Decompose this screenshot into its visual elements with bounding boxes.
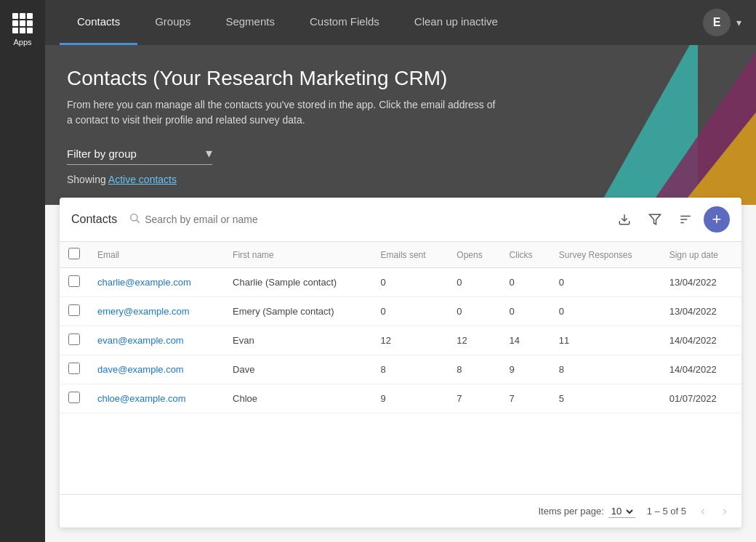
row-sign-up-date: 13/04/2022 bbox=[661, 268, 741, 297]
main-content: Contacts Groups Segments Custom Fields C… bbox=[45, 0, 756, 542]
row-sign-up-date: 01/07/2022 bbox=[661, 384, 741, 413]
tab-clean-up-inactive[interactable]: Clean up inactive bbox=[397, 0, 515, 45]
pagination-range: 1 – 5 of 5 bbox=[647, 506, 686, 517]
header-emails-sent: Emails sent bbox=[372, 242, 449, 268]
header-clicks: Clicks bbox=[501, 242, 550, 268]
sort-button[interactable] bbox=[673, 207, 698, 232]
row-sign-up-date: 14/04/2022 bbox=[661, 326, 741, 355]
row-survey-responses: 0 bbox=[550, 297, 661, 326]
search-icon bbox=[129, 212, 140, 227]
add-contact-button[interactable]: + bbox=[704, 206, 730, 232]
table-container: Email First name Emails sent Opens Click… bbox=[60, 242, 741, 494]
apps-label: Apps bbox=[13, 38, 31, 46]
row-checkbox[interactable] bbox=[68, 275, 80, 287]
row-checkbox-cell bbox=[60, 326, 89, 355]
nav-tabs: Contacts Groups Segments Custom Fields C… bbox=[60, 0, 515, 45]
filter-button[interactable] bbox=[643, 207, 667, 232]
row-opens: 0 bbox=[448, 297, 500, 326]
row-first-name: Emery (Sample contact) bbox=[224, 297, 371, 326]
row-clicks: 14 bbox=[501, 326, 550, 355]
row-opens: 0 bbox=[448, 268, 500, 297]
email-link[interactable]: evan@example.com bbox=[97, 335, 184, 346]
row-clicks: 0 bbox=[501, 297, 550, 326]
avatar[interactable]: E bbox=[703, 9, 731, 36]
card-actions: + bbox=[612, 206, 730, 232]
avatar-chevron-icon[interactable]: ▾ bbox=[736, 17, 741, 28]
row-checkbox-cell bbox=[60, 384, 89, 413]
row-sign-up-date: 14/04/2022 bbox=[661, 355, 741, 384]
email-link[interactable]: emery@example.com bbox=[97, 306, 190, 317]
nav-right: E ▾ bbox=[703, 9, 741, 36]
email-link[interactable]: dave@example.com bbox=[97, 364, 184, 375]
row-opens: 12 bbox=[448, 326, 500, 355]
apps-grid-icon bbox=[12, 13, 33, 33]
row-opens: 8 bbox=[448, 355, 500, 384]
showing-prefix: Showing bbox=[67, 174, 106, 185]
row-email: dave@example.com bbox=[89, 355, 224, 384]
row-emails-sent: 0 bbox=[372, 297, 449, 326]
sidebar-item-apps[interactable]: Apps bbox=[7, 7, 39, 52]
items-per-page-label: Items per page: bbox=[538, 506, 603, 517]
per-page-select[interactable]: 10 25 50 bbox=[608, 505, 635, 518]
row-first-name: Dave bbox=[224, 355, 371, 384]
content-area: Contacts (Your Research Marketing CRM) F… bbox=[45, 45, 756, 542]
hero-subtitle: From here you can manage all the contact… bbox=[67, 97, 503, 128]
active-contacts-link[interactable]: Active contacts bbox=[108, 174, 177, 185]
row-checkbox[interactable] bbox=[68, 333, 80, 345]
row-survey-responses: 5 bbox=[550, 384, 661, 413]
showing-row: Showing Active contacts bbox=[67, 174, 734, 185]
table-row: charlie@example.com Charlie (Sample cont… bbox=[60, 268, 741, 297]
tab-custom-fields[interactable]: Custom Fields bbox=[292, 0, 397, 45]
row-emails-sent: 0 bbox=[372, 268, 449, 297]
row-checkbox[interactable] bbox=[68, 304, 80, 316]
email-link[interactable]: charlie@example.com bbox=[97, 277, 191, 288]
tab-contacts[interactable]: Contacts bbox=[60, 0, 137, 45]
row-survey-responses: 11 bbox=[550, 326, 661, 355]
tab-segments[interactable]: Segments bbox=[208, 0, 292, 45]
filter-by-group-dropdown[interactable]: Filter by group ▾ bbox=[67, 145, 212, 165]
filter-row: Filter by group ▾ bbox=[67, 145, 734, 165]
table-row: emery@example.com Emery (Sample contact)… bbox=[60, 297, 741, 326]
row-first-name: Evan bbox=[224, 326, 371, 355]
row-survey-responses: 0 bbox=[550, 268, 661, 297]
search-wrapper bbox=[129, 212, 603, 227]
svg-line-1 bbox=[137, 220, 140, 223]
search-input[interactable] bbox=[145, 214, 603, 225]
row-checkbox[interactable] bbox=[68, 392, 80, 403]
select-all-checkbox[interactable] bbox=[68, 248, 80, 259]
row-clicks: 0 bbox=[501, 268, 550, 297]
row-checkbox[interactable] bbox=[68, 363, 80, 374]
table-row: evan@example.com Evan 12 12 14 11 14/04/… bbox=[60, 326, 741, 355]
contacts-table: Email First name Emails sent Opens Click… bbox=[60, 242, 741, 413]
top-navigation: Contacts Groups Segments Custom Fields C… bbox=[45, 0, 756, 45]
header-survey-responses: Survey Responses bbox=[550, 242, 661, 268]
email-link[interactable]: chloe@example.com bbox=[97, 393, 186, 404]
filter-chevron-icon: ▾ bbox=[206, 145, 212, 161]
download-button[interactable] bbox=[612, 207, 637, 232]
row-sign-up-date: 13/04/2022 bbox=[661, 297, 741, 326]
row-emails-sent: 8 bbox=[372, 355, 449, 384]
header-email: Email bbox=[89, 242, 224, 268]
header-sign-up-date: Sign up date bbox=[661, 242, 741, 268]
items-per-page: Items per page: 10 25 50 bbox=[538, 505, 635, 518]
row-checkbox-cell bbox=[60, 355, 89, 384]
header-first-name: First name bbox=[224, 242, 371, 268]
row-clicks: 9 bbox=[501, 355, 550, 384]
next-page-button[interactable]: › bbox=[720, 502, 730, 520]
filter-label: Filter by group bbox=[67, 147, 137, 160]
table-row: dave@example.com Dave 8 8 9 8 14/04/2022 bbox=[60, 355, 741, 384]
table-header: Email First name Emails sent Opens Click… bbox=[60, 242, 741, 268]
row-opens: 7 bbox=[448, 384, 500, 413]
row-emails-sent: 12 bbox=[372, 326, 449, 355]
tab-groups[interactable]: Groups bbox=[137, 0, 208, 45]
header-opens: Opens bbox=[448, 242, 500, 268]
page-title: Contacts (Your Research Marketing CRM) bbox=[67, 67, 734, 90]
svg-point-0 bbox=[131, 214, 137, 221]
row-survey-responses: 8 bbox=[550, 355, 661, 384]
row-email: evan@example.com bbox=[89, 326, 224, 355]
sidebar: Apps bbox=[0, 0, 45, 542]
row-email: charlie@example.com bbox=[89, 268, 224, 297]
prev-page-button[interactable]: ‹ bbox=[698, 502, 708, 520]
contacts-card: Contacts bbox=[60, 198, 741, 527]
header-select-all bbox=[60, 242, 89, 268]
